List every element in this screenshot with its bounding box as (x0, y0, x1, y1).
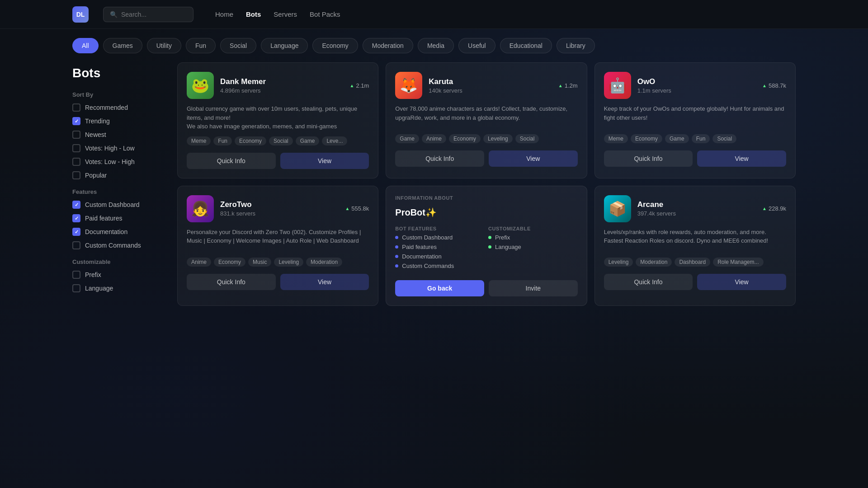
bot-actions: Quick Info View (604, 150, 786, 167)
nav-bots[interactable]: Bots (246, 10, 261, 18)
bot-card-dank-memer: 🐸 Dank Memer 4.896m servers ▲ 2.1m Globa… (177, 62, 378, 178)
bot-features-col: BOT FEATURES Custom DashboardPaid featur… (395, 226, 485, 272)
bot-avatar: 📦 (604, 195, 631, 222)
main-content: Bots Sort by Recommended Trending Newest… (0, 62, 868, 306)
filter-economy[interactable]: Economy (312, 38, 358, 53)
feature-label: Documentation (402, 253, 441, 260)
tag: Dashboard (675, 258, 710, 267)
view-button[interactable]: View (280, 274, 369, 290)
filter-library[interactable]: Library (557, 38, 595, 53)
bot-card-header: 🦊 Karuta 140k servers ▲ 1.2m (395, 72, 577, 99)
filter-utility[interactable]: Utility (147, 38, 181, 53)
quick-info-button[interactable]: Quick Info (604, 150, 693, 167)
checkbox-label: Trending (85, 117, 110, 125)
checkbox-label: Custom Commands (85, 242, 141, 249)
checkbox-custom-commands[interactable]: Custom Commands (72, 241, 163, 249)
quick-info-button[interactable]: Quick Info (187, 153, 276, 169)
nav-home[interactable]: Home (215, 10, 233, 18)
search-bar[interactable]: 🔍 Search... (103, 7, 193, 22)
checkbox-paid-features[interactable]: Paid features (72, 214, 163, 222)
sort-by-label: Sort by (72, 91, 163, 98)
view-button[interactable]: View (280, 153, 369, 169)
bot-description: Levels/xp/ranks with role rewards, auto … (604, 228, 786, 252)
nav-links: Home Bots Servers Bot Packs (215, 10, 340, 19)
checkbox-language[interactable]: Language (72, 284, 163, 292)
checkbox-trending[interactable]: Trending (72, 117, 163, 125)
bot-card-arcane: 📦 Arcane 397.4k servers ▲ 228.9k Levels/… (594, 186, 796, 306)
logo[interactable]: DL (72, 6, 89, 23)
filter-social[interactable]: Social (220, 38, 256, 53)
checkbox-indicator (72, 241, 80, 249)
feature-label: Paid features (402, 244, 437, 250)
bot-name: Arcane (637, 200, 756, 209)
bot-card-zerotwo: 👧 ZeroTwo 831.k servers ▲ 555.8k Persona… (177, 186, 378, 306)
tag: Game (665, 134, 689, 143)
view-button[interactable]: View (697, 274, 786, 290)
checkbox-documentation[interactable]: Documentation (72, 228, 163, 236)
checkbox-indicator (72, 117, 80, 125)
bot-votes: ▲ 1.2m (558, 82, 578, 89)
bot-card-owo: 🤖 OwO 1.1m servers ▲ 588.7k Keep track o… (594, 62, 796, 178)
filter-language[interactable]: Language (261, 38, 308, 53)
tag: Social (515, 134, 539, 143)
checkbox-votes:-high---low[interactable]: Votes: High - Low (72, 144, 163, 152)
quick-info-button[interactable]: Quick Info (187, 274, 276, 290)
bot-tags: MemeFunEconomySocialGameLeve... (187, 136, 369, 145)
tag: Meme (187, 136, 211, 145)
tag: Leveling (483, 134, 513, 143)
votes-arrow: ▲ (762, 206, 767, 211)
checkbox-newest[interactable]: Newest (72, 131, 163, 139)
go-back-button[interactable]: Go back (395, 280, 484, 296)
votes-count: 2.1m (356, 82, 369, 89)
filter-all[interactable]: All (72, 38, 99, 53)
checkbox-label: Prefix (85, 271, 101, 278)
checkbox-indicator (72, 171, 80, 179)
bot-description: Personalize your Discord with Zero Two (… (187, 228, 369, 252)
probot-name: ProBot✨ (395, 207, 577, 218)
probot-info-card: INFORMATION ABOUT ProBot✨ BOT FEATURES C… (386, 186, 587, 306)
view-button[interactable]: View (489, 150, 578, 167)
feature-dot (395, 264, 398, 267)
bot-votes: ▲ 2.1m (350, 82, 369, 89)
bot-avatar: 🦊 (395, 72, 422, 99)
filter-educational[interactable]: Educational (500, 38, 552, 53)
checkbox-prefix[interactable]: Prefix (72, 271, 163, 279)
bot-card-karuta: 🦊 Karuta 140k servers ▲ 1.2m Over 78,000… (386, 62, 587, 178)
votes-arrow: ▲ (762, 83, 767, 88)
customizable-item: Language (488, 244, 578, 250)
filter-media[interactable]: Media (418, 38, 454, 53)
checkbox-popular[interactable]: Popular (72, 171, 163, 179)
probot-actions: Go back Invite (395, 280, 577, 296)
votes-arrow: ▲ (350, 83, 354, 88)
votes-arrow: ▲ (345, 206, 349, 211)
bot-description: Global currency game with over 10m users… (187, 104, 369, 131)
checkbox-label: Paid features (85, 215, 123, 222)
checkbox-indicator (72, 201, 80, 209)
feature-options: Custom Dashboard Paid features Documenta… (72, 201, 163, 249)
filter-useful[interactable]: Useful (458, 38, 495, 53)
bot-avatar: 👧 (187, 195, 214, 222)
bot-tags: AnimeEconomyMusicLevelingModeration (187, 258, 369, 267)
nav-bot-packs[interactable]: Bot Packs (310, 10, 340, 18)
checkbox-label: Recommended (85, 104, 128, 111)
filter-fun[interactable]: Fun (186, 38, 216, 53)
checkbox-indicator (72, 103, 80, 112)
nav-servers[interactable]: Servers (274, 10, 297, 18)
checkbox-label: Documentation (85, 228, 127, 235)
checkbox-recommended[interactable]: Recommended (72, 103, 163, 112)
tag: Moderation (306, 258, 342, 267)
view-button[interactable]: View (697, 150, 786, 167)
votes-count: 555.8k (351, 205, 369, 212)
checkbox-indicator (72, 144, 80, 152)
quick-info-button[interactable]: Quick Info (395, 150, 484, 167)
bot-avatar: 🤖 (604, 72, 631, 99)
features-label: Features (72, 188, 163, 195)
checkbox-custom-dashboard[interactable]: Custom Dashboard (72, 201, 163, 209)
avatar-emoji: 🐸 (191, 77, 209, 94)
bot-grid: 🐸 Dank Memer 4.896m servers ▲ 2.1m Globa… (177, 62, 796, 306)
quick-info-button[interactable]: Quick Info (604, 274, 693, 290)
invite-button[interactable]: Invite (489, 280, 578, 296)
filter-games[interactable]: Games (103, 38, 142, 53)
filter-moderation[interactable]: Moderation (363, 38, 413, 53)
checkbox-votes:-low---high[interactable]: Votes: Low - High (72, 158, 163, 166)
